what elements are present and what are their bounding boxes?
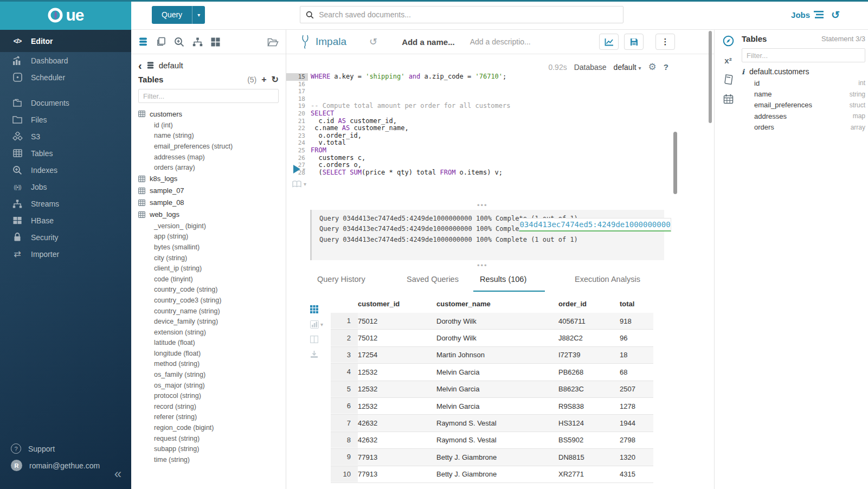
add-table-icon[interactable]: +: [261, 75, 266, 85]
open-folder-icon[interactable]: [267, 37, 279, 47]
panel-scrollbar[interactable]: [709, 31, 712, 123]
refresh-icon[interactable]: ↻: [272, 74, 279, 85]
history-icon[interactable]: ↺: [831, 9, 840, 21]
table-row[interactable]: 275012Dorothy WilkJ882C296: [331, 330, 653, 346]
column-item[interactable]: os_family (string): [138, 369, 279, 380]
table-row[interactable]: 1077913Betty J. GiambroneXR27714315: [331, 466, 653, 483]
column-item[interactable]: client_ip (string): [138, 263, 279, 274]
language-docs-icon[interactable]: [723, 74, 734, 85]
sidebar-item-importer[interactable]: ⇄ Importer: [0, 246, 131, 262]
column-item[interactable]: protocol (string): [138, 390, 279, 401]
query-description-field[interactable]: Add a descriptio...: [470, 37, 531, 46]
sidebar-item-support[interactable]: ? Support: [0, 440, 131, 457]
query-history-icon[interactable]: ↺: [369, 36, 377, 48]
code-line[interactable]: 26 customers c,: [286, 155, 674, 162]
sidebar-collapse-button[interactable]: «: [114, 466, 121, 481]
column-item[interactable]: addresses (map): [138, 152, 279, 163]
settings-gear-icon[interactable]: ⚙: [648, 61, 657, 73]
sidebar-item-scheduler[interactable]: Scheduler: [0, 69, 131, 86]
column-item[interactable]: addressesmap: [754, 111, 865, 121]
code-line[interactable]: 18: [286, 95, 674, 103]
zoom-in-icon[interactable]: [174, 37, 184, 47]
column-item[interactable]: city (string): [138, 253, 279, 263]
column-item[interactable]: os_major (string): [138, 380, 279, 391]
tab-results[interactable]: Results (106): [480, 275, 526, 284]
more-options-button[interactable]: ⋮: [655, 34, 675, 50]
table-row[interactable]: 317254Martin JohnsonI72T3918: [331, 347, 653, 364]
jobs-link[interactable]: Jobs: [791, 10, 824, 20]
column-item[interactable]: latitude (float): [138, 338, 279, 349]
table-item[interactable]: sample_08: [138, 197, 279, 209]
documents-assist-icon[interactable]: [156, 37, 166, 47]
tab-execution-analysis[interactable]: Execution Analysis: [575, 275, 640, 284]
chart-options-caret[interactable]: ▾: [320, 321, 323, 327]
column-item[interactable]: orders (array): [138, 162, 279, 173]
column-item[interactable]: _version_ (bigint): [138, 221, 279, 231]
download-icon[interactable]: [310, 350, 318, 358]
column-item[interactable]: extension (string): [138, 327, 279, 338]
query-id-overlay[interactable]: 034d413ec7474ed5:4249de1000000000: [519, 218, 671, 231]
apps-grid-icon[interactable]: [211, 37, 220, 47]
code-line[interactable]: 27 c.orders o,: [286, 162, 674, 169]
run-query-button[interactable]: ▾: [293, 165, 305, 173]
table-row[interactable]: 977913Betty J. GiambroneDN88151320: [331, 449, 653, 466]
chart-view-icon[interactable]: ▾: [310, 320, 323, 329]
column-item[interactable]: longitude (float): [138, 348, 279, 359]
run-options-caret[interactable]: ▾: [303, 166, 305, 172]
resize-handle[interactable]: •••: [477, 201, 488, 209]
column-item[interactable]: name (string): [138, 131, 279, 141]
column-item[interactable]: device_family (string): [138, 316, 279, 327]
table-item[interactable]: customers: [138, 108, 279, 120]
column-item[interactable]: code (tinyint): [138, 274, 279, 285]
chart-button[interactable]: [599, 34, 619, 50]
table-row[interactable]: 612532Melvin GarciaR9S8381278: [331, 398, 653, 415]
help-icon[interactable]: ?: [664, 62, 668, 72]
column-item[interactable]: ordersarray: [754, 122, 865, 133]
snippet-docs-button[interactable]: ▾: [292, 181, 306, 188]
table-row[interactable]: 842632Raymond S. VestalBS59022798: [331, 432, 653, 449]
right-filter-input[interactable]: [742, 48, 865, 62]
sidebar-item-security[interactable]: Security: [0, 229, 131, 246]
sidebar-item-indexes[interactable]: Indexes: [0, 162, 131, 178]
grid-view-icon[interactable]: [310, 305, 318, 313]
code-line[interactable]: 22 c.name AS customer_name,: [286, 125, 674, 132]
sidebar-item-dashboard[interactable]: Dashboard: [0, 52, 131, 69]
columns-view-icon[interactable]: [310, 336, 318, 343]
code-line[interactable]: 16: [286, 81, 674, 88]
table-item[interactable]: web_logs: [138, 209, 279, 221]
column-item[interactable]: url (string): [138, 465, 279, 466]
column-item[interactable]: subapp (string): [138, 443, 279, 454]
database-selector[interactable]: default ▾: [614, 63, 641, 72]
table-item[interactable]: k8s_logs: [138, 173, 279, 185]
column-item[interactable]: country_name (string): [138, 306, 279, 317]
column-header[interactable]: customer_id: [358, 300, 436, 308]
column-item[interactable]: app (string): [138, 231, 279, 242]
sidebar-item-tables[interactable]: Tables: [0, 145, 131, 162]
code-line[interactable]: 24 v.total: [286, 139, 674, 147]
column-item[interactable]: request (string): [138, 433, 279, 444]
table-row[interactable]: 512532Melvin GarciaB8623C2507: [331, 381, 653, 398]
column-item[interactable]: namestring: [754, 88, 865, 99]
resize-handle[interactable]: •••: [477, 261, 488, 269]
table-row[interactable]: 412532Melvin GarciaPB626868: [331, 364, 653, 381]
snippet-options-caret[interactable]: ▾: [304, 181, 306, 187]
code-line[interactable]: 15WHERE a.key = 'shipping' and a.zip_cod…: [286, 73, 674, 81]
global-search[interactable]: [300, 6, 623, 23]
code-line[interactable]: 28 (SELECT SUM(price * qty) total FROM o…: [286, 169, 674, 177]
calendar-icon[interactable]: [723, 94, 734, 104]
column-item[interactable]: country_code3 (string): [138, 295, 279, 306]
sidebar-item-documents[interactable]: Documents: [0, 94, 131, 111]
query-dropdown-caret[interactable]: ▾: [192, 6, 205, 24]
sidebar-item-editor[interactable]: </> Editor: [0, 30, 131, 52]
tab-query-history[interactable]: Query History: [317, 275, 365, 284]
code-line[interactable]: 25FROM: [286, 147, 674, 155]
sidebar-item-hbase[interactable]: HBase: [0, 212, 131, 229]
database-breadcrumb[interactable]: ‹ default: [131, 61, 286, 70]
sidebar-item-s3[interactable]: S3: [0, 128, 131, 145]
column-item[interactable]: idint: [754, 78, 865, 88]
column-item[interactable]: record (string): [138, 401, 279, 412]
back-chevron-icon[interactable]: ‹: [138, 62, 142, 69]
databases-icon[interactable]: [138, 37, 148, 47]
editor-scrollbar[interactable]: [673, 132, 677, 194]
code-line[interactable]: 20SELECT: [286, 110, 674, 118]
